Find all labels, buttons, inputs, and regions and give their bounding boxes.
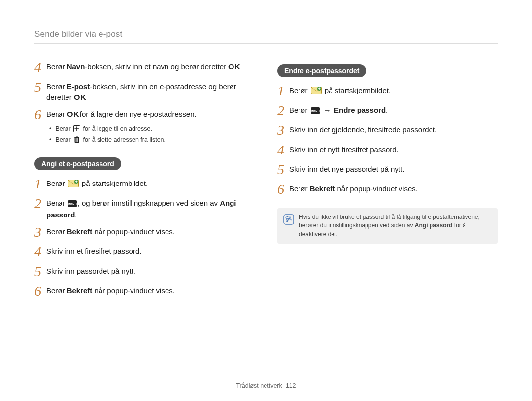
heading-pill: Angi et e-postpassord: [34, 157, 121, 170]
left-column: 4Berør Navn-boksen, skriv inn et navn og…: [34, 56, 255, 302]
step: 4Skriv inn et nytt firesifret passord.: [277, 144, 498, 158]
step-number: 6: [277, 183, 289, 196]
sub-list: Berør for å legge til en adresse.Berør f…: [49, 125, 255, 145]
step-number: 2: [34, 197, 46, 211]
step-text: Berør på startskjermbildet.: [289, 85, 498, 97]
page-title: Sende bilder via e-post: [34, 30, 498, 43]
step-text: Skriv inn et firesifret passord.: [46, 246, 255, 257]
ok-icon: OK: [228, 62, 240, 72]
step-text: Skriv inn passordet på nytt.: [46, 266, 255, 277]
sub-item: Berør for å legge til en adresse.: [49, 125, 255, 134]
step-number: 5: [277, 163, 289, 177]
note-icon: [283, 214, 294, 227]
step-text: Berør MENU, og berør innstillingsknappen…: [46, 198, 255, 221]
step-text: Berør Navn-boksen, skriv inn et navn og …: [46, 62, 255, 72]
step: 1Berør på startskjermbildet.: [277, 85, 498, 99]
note-text: Hvis du ikke vil bruke et passord til å …: [299, 213, 492, 239]
trash-icon: [73, 136, 80, 145]
step-number: 4: [34, 245, 46, 259]
step-number: 3: [277, 123, 289, 137]
menu-icon: MENU: [311, 106, 320, 117]
step: 2Berør MENU, og berør innstillingsknappe…: [34, 198, 255, 221]
footer-section: Trådløst nettverk: [236, 382, 282, 389]
step-number: 6: [34, 108, 46, 122]
ok-icon: OK: [67, 109, 79, 119]
svg-text:MENU: MENU: [68, 202, 77, 205]
step-number: 4: [34, 61, 46, 74]
step: 6Berør Bekreft når popup-vinduet vises.: [277, 184, 498, 197]
step: 3Berør Bekreft når popup-vinduet vises.: [34, 226, 255, 240]
step-number: 3: [34, 225, 46, 239]
step-text: Berør Bekreft når popup-vinduet vises.: [46, 226, 255, 237]
step-text: Skriv inn et nytt firesifret passord.: [289, 144, 498, 155]
heading-pill: Endre e-postpassordet: [277, 64, 366, 77]
step-text: Berør OK for å lagre den nye e-postadres…: [46, 109, 255, 120]
step-number: 1: [34, 177, 46, 191]
ok-icon: OK: [74, 93, 86, 102]
step: 6Berør Bekreft når popup-vinduet vises.: [34, 285, 255, 299]
step: 4Berør Navn-boksen, skriv inn et navn og…: [34, 62, 255, 75]
step: 5Skriv inn det nye passordet på nytt.: [277, 164, 498, 178]
step-number: 5: [34, 265, 46, 278]
step-number: 2: [277, 104, 289, 118]
step-number: 4: [277, 143, 289, 157]
step-text: Skriv inn det gjeldende, firesifrede pas…: [289, 124, 498, 135]
email-icon: [68, 180, 79, 190]
sub-item: Berør for å slette adressen fra listen.: [49, 136, 255, 145]
content-columns: 4Berør Navn-boksen, skriv inn et navn og…: [34, 56, 498, 302]
page-footer: Trådløst nettverk 112: [0, 382, 532, 389]
step-text: Berør E-post-boksen, skriv inn en e-post…: [46, 81, 255, 103]
step-text: Berør MENU → Endre passord.: [289, 105, 498, 117]
right-column: Endre e-postpassordet 1Berør på startskj…: [277, 56, 498, 302]
step: 3Skriv inn det gjeldende, firesifrede pa…: [277, 124, 498, 138]
step: 5Berør E-post-boksen, skriv inn en e-pos…: [34, 81, 255, 103]
step: 2Berør MENU → Endre passord.: [277, 105, 498, 119]
menu-icon: MENU: [68, 199, 77, 210]
step-number: 6: [34, 284, 46, 298]
step-number: 1: [277, 84, 289, 98]
step-text: Skriv inn det nye passordet på nytt.: [289, 164, 498, 175]
arrow-icon: →: [323, 105, 332, 116]
step: 5Skriv inn passordet på nytt.: [34, 266, 255, 279]
step-text: Berør Bekreft når popup-vinduet vises.: [46, 285, 255, 296]
step-number: 5: [34, 80, 46, 94]
step: 6Berør OK for å lagre den nye e-postadre…: [34, 109, 255, 123]
step-text: Berør Bekreft når popup-vinduet vises.: [289, 184, 498, 194]
step: 4Skriv inn et firesifret passord.: [34, 246, 255, 260]
step: 1Berør på startskjermbildet.: [34, 178, 255, 192]
svg-text:MENU: MENU: [311, 110, 320, 113]
plus-icon: [73, 125, 80, 134]
note-box: Hvis du ikke vil bruke et passord til å …: [277, 208, 498, 244]
email-icon: [311, 87, 322, 97]
step-text: Berør på startskjermbildet.: [46, 178, 255, 190]
title-rule: [34, 43, 498, 44]
footer-page: 112: [286, 382, 296, 389]
